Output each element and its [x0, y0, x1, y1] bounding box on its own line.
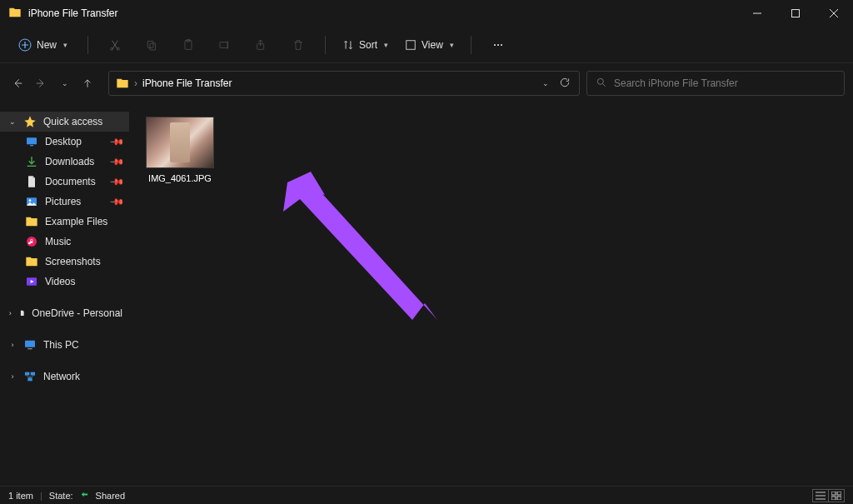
close-button[interactable] — [815, 0, 853, 27]
search-input[interactable] — [614, 77, 836, 89]
nav-arrows: ⌄ — [8, 74, 97, 92]
paste-button[interactable] — [175, 32, 202, 58]
delete-button[interactable] — [285, 32, 312, 58]
folder-icon — [116, 77, 129, 90]
up-button[interactable] — [78, 74, 97, 92]
copy-button[interactable] — [138, 32, 165, 58]
sidebar-item-label: OneDrive - Personal — [32, 307, 122, 319]
svg-rect-29 — [837, 497, 841, 500]
sidebar-item-onedrive[interactable]: › OneDrive - Personal — [0, 303, 129, 323]
desktop-icon — [25, 135, 38, 148]
chevron-down-icon: ▾ — [384, 41, 388, 49]
view-mode-toggle — [813, 489, 845, 502]
sidebar-item-screenshots[interactable]: Screenshots — [0, 252, 129, 272]
sidebar-item-label: This PC — [43, 339, 79, 351]
svg-rect-15 — [27, 137, 37, 144]
separator — [471, 36, 471, 54]
thumbnails-view-button[interactable] — [828, 489, 845, 502]
chevron-right-icon: › — [8, 309, 12, 317]
breadcrumb-folder[interactable]: iPhone File Transfer — [142, 77, 232, 89]
chevron-down-icon: ▾ — [63, 41, 67, 49]
minimize-button[interactable] — [738, 0, 776, 27]
main-area: ⌄ Quick access Desktop 📌 Downloads 📌 — [0, 103, 853, 486]
sidebar-item-label: Screenshots — [45, 256, 101, 267]
svg-rect-28 — [831, 497, 836, 500]
svg-rect-0 — [792, 10, 800, 17]
svg-point-18 — [29, 199, 32, 202]
pin-icon: 📌 — [108, 173, 124, 189]
svg-rect-26 — [831, 492, 836, 495]
sidebar-item-label: Quick access — [43, 116, 102, 127]
svg-rect-24 — [31, 372, 35, 376]
sidebar-item-pictures[interactable]: Pictures 📌 — [0, 192, 129, 212]
file-list-pane[interactable]: IMG_4061.JPG — [129, 103, 853, 486]
view-icon — [405, 39, 417, 51]
sidebar-item-quick-access[interactable]: ⌄ Quick access — [0, 112, 129, 132]
documents-icon — [25, 175, 38, 188]
sidebar-item-documents[interactable]: Documents 📌 — [0, 172, 129, 192]
chevron-right-icon: › — [8, 341, 17, 349]
svg-rect-4 — [147, 41, 153, 47]
svg-rect-8 — [220, 42, 227, 47]
folder-icon — [8, 6, 22, 22]
search-box[interactable] — [586, 71, 845, 96]
shared-icon — [80, 490, 89, 501]
svg-point-13 — [501, 43, 502, 45]
details-view-button[interactable] — [812, 489, 829, 502]
onedrive-icon — [19, 307, 26, 320]
view-button[interactable]: View ▾ — [402, 39, 457, 51]
titlebar: iPhone File Transfer — [0, 0, 853, 27]
chevron-down-icon[interactable]: ⌄ — [542, 79, 549, 87]
more-button[interactable] — [485, 32, 511, 58]
sidebar-item-example-files[interactable]: Example Files — [0, 212, 129, 232]
network-icon — [23, 370, 37, 383]
videos-icon — [25, 275, 38, 288]
svg-point-14 — [597, 78, 603, 84]
window-title: iPhone File Transfer — [28, 7, 117, 19]
sidebar-item-downloads[interactable]: Downloads 📌 — [0, 152, 129, 172]
sidebar-item-label: Documents — [45, 176, 96, 187]
file-thumbnail — [146, 117, 214, 168]
view-label: View — [422, 39, 443, 51]
sidebar-item-label: Network — [43, 371, 80, 382]
forward-button[interactable] — [32, 74, 50, 92]
svg-rect-5 — [150, 43, 156, 50]
sidebar-item-this-pc[interactable]: › This PC — [0, 335, 129, 355]
star-icon — [23, 115, 37, 128]
share-button[interactable] — [248, 32, 275, 58]
state-value: Shared — [96, 491, 125, 501]
address-bar[interactable]: › iPhone File Transfer ⌄ — [108, 71, 580, 96]
sort-button[interactable]: Sort ▾ — [339, 39, 392, 51]
downloads-icon — [25, 155, 38, 168]
cut-button[interactable] — [102, 32, 128, 58]
file-name: IMG_4061.JPG — [148, 173, 212, 183]
file-item[interactable]: IMG_4061.JPG — [142, 117, 217, 183]
toolbar: New ▾ Sort ▾ View ▾ — [0, 27, 853, 63]
sidebar-item-network[interactable]: › Network — [0, 367, 129, 387]
refresh-button[interactable] — [559, 77, 571, 91]
sidebar-item-label: Music — [45, 236, 71, 247]
this-pc-icon — [23, 338, 37, 352]
recent-locations-button[interactable]: ⌄ — [55, 74, 73, 92]
sidebar-item-videos[interactable]: Videos — [0, 272, 129, 292]
item-count: 1 item — [8, 491, 33, 501]
new-button[interactable]: New ▾ — [12, 35, 74, 55]
annotation-arrow — [204, 153, 454, 337]
back-button[interactable] — [8, 74, 27, 92]
navigation-pane: ⌄ Quick access Desktop 📌 Downloads 📌 — [0, 103, 129, 486]
sidebar-item-label: Videos — [45, 276, 75, 287]
pin-icon: 📌 — [108, 133, 124, 149]
chevron-right-icon: › — [8, 372, 17, 381]
rename-button[interactable] — [212, 32, 238, 58]
separator — [325, 36, 326, 54]
svg-rect-25 — [27, 377, 32, 381]
sort-icon — [342, 39, 354, 51]
pin-icon: 📌 — [108, 193, 124, 209]
sidebar-item-label: Downloads — [45, 156, 94, 167]
sidebar-item-desktop[interactable]: Desktop 📌 — [0, 132, 129, 152]
maximize-button[interactable] — [776, 0, 815, 27]
sidebar-item-music[interactable]: Music — [0, 232, 129, 252]
sidebar-item-label: Pictures — [45, 196, 81, 207]
pin-icon: 📌 — [108, 153, 124, 169]
status-bar: 1 item | State: Shared — [0, 486, 853, 504]
